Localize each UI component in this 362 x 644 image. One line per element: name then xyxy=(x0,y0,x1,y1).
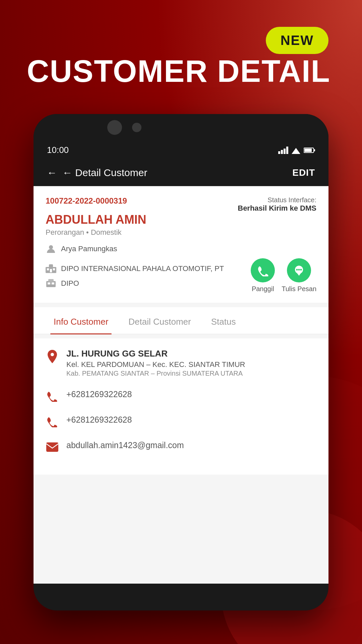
customer-name: ABDULLAH AMIN xyxy=(46,213,316,227)
dealer-name: DIPO xyxy=(61,279,79,288)
svg-point-22 xyxy=(300,269,302,271)
tab-info-customer[interactable]: Info Customer xyxy=(44,307,118,334)
svg-point-20 xyxy=(296,269,298,271)
dealer-info-row: DIPO xyxy=(46,278,224,289)
wifi-icon xyxy=(292,147,300,154)
call-label: Panggil xyxy=(252,285,274,293)
back-arrow-icon[interactable]: ← xyxy=(47,167,57,178)
status-icons xyxy=(278,147,315,154)
phone1-number: +6281269322628 xyxy=(66,388,132,400)
status-interface: Status Interface: Berhasil Kirim ke DMS xyxy=(238,196,316,213)
status-time: 10:00 xyxy=(47,145,69,155)
company-name: DIPO INTERNASIONAL PAHALA OTOMOTIF, PT xyxy=(61,264,224,273)
customer-id: 100722-2022-0000319 xyxy=(46,196,127,206)
header-left[interactable]: ← ← Detail Customer xyxy=(47,167,147,178)
phone-mockup: 10:00 ← ← Detail Customer xyxy=(34,114,328,610)
message-button[interactable]: Tulis Pesan xyxy=(282,258,316,293)
agent-icon xyxy=(46,244,56,254)
edit-button[interactable]: EDIT xyxy=(292,167,315,178)
email-row: abdullah.amin1423@gmail.com xyxy=(46,439,316,454)
new-badge: NEW xyxy=(266,27,328,54)
svg-rect-11 xyxy=(47,268,49,270)
phone2-number: +6281269322628 xyxy=(66,414,132,426)
svg-rect-1 xyxy=(281,150,283,154)
message-button-circle[interactable] xyxy=(287,258,311,282)
page-title: CUSTOMER DETAIL xyxy=(27,54,330,89)
svg-rect-10 xyxy=(49,264,53,268)
address-row: JL. HURUNG GG SELAR Kel. KEL PARDOMUAN –… xyxy=(46,348,316,377)
svg-marker-19 xyxy=(297,273,301,276)
agent-name: Arya Pamungkas xyxy=(61,245,117,253)
tab-detail-customer[interactable]: Detail Customer xyxy=(118,307,201,334)
svg-rect-3 xyxy=(286,147,288,154)
svg-rect-24 xyxy=(46,442,58,452)
svg-rect-12 xyxy=(53,268,55,270)
action-buttons: Panggil Tulis Pesan xyxy=(251,258,316,293)
company-info-row: DIPO INTERNASIONAL PAHALA OTOMOTIF, PT xyxy=(46,263,224,274)
customer-card: 100722-2022-0000319 Status Interface: Be… xyxy=(34,186,328,303)
phone1-icon xyxy=(46,389,59,403)
svg-rect-2 xyxy=(284,149,286,154)
svg-rect-15 xyxy=(48,279,54,282)
company-icon xyxy=(46,263,56,274)
svg-rect-0 xyxy=(278,151,280,154)
battery-icon xyxy=(304,147,315,153)
svg-rect-6 xyxy=(314,149,315,151)
phone-camera-bar xyxy=(34,114,328,141)
svg-marker-4 xyxy=(292,148,300,154)
email-icon xyxy=(46,440,59,454)
address-street: JL. HURUNG GG SELAR xyxy=(66,348,316,359)
address-village: Kel. KEL PARDOMUAN – Kec. KEC. SIANTAR T… xyxy=(66,360,316,369)
tab-status[interactable]: Status xyxy=(201,307,246,334)
svg-rect-7 xyxy=(304,149,312,152)
header-title: ← Detail Customer xyxy=(62,167,147,178)
svg-rect-16 xyxy=(48,282,50,284)
signal-icon xyxy=(278,147,288,154)
svg-rect-17 xyxy=(52,282,54,284)
location-icon xyxy=(46,350,59,363)
message-label: Tulis Pesan xyxy=(282,285,316,293)
svg-point-8 xyxy=(49,245,53,249)
tabs-container: Info Customer Detail Customer Status xyxy=(34,307,328,334)
camera-front xyxy=(132,123,141,132)
phone2-icon xyxy=(46,415,59,428)
svg-point-23 xyxy=(51,353,54,356)
dealer-icon xyxy=(46,278,56,289)
address-city: Kab. PEMATANG SIANTAR – Provinsi SUMATER… xyxy=(66,370,316,377)
call-button-circle[interactable] xyxy=(251,258,275,282)
email-address: abdullah.amin1423@gmail.com xyxy=(66,439,184,451)
call-button[interactable]: Panggil xyxy=(251,258,275,293)
app-content: 100722-2022-0000319 Status Interface: Be… xyxy=(34,186,328,584)
phone2-row: +6281269322628 xyxy=(46,414,316,428)
phone1-row: +6281269322628 xyxy=(46,388,316,403)
svg-rect-13 xyxy=(50,269,52,272)
app-header: ← ← Detail Customer EDIT xyxy=(34,159,328,186)
svg-point-21 xyxy=(298,269,300,271)
agent-info-row: Arya Pamungkas xyxy=(46,244,316,254)
address-text: JL. HURUNG GG SELAR Kel. KEL PARDOMUAN –… xyxy=(66,348,316,377)
info-customer-section: JL. HURUNG GG SELAR Kel. KEL PARDOMUAN –… xyxy=(34,338,328,475)
status-bar: 10:00 xyxy=(34,141,328,159)
camera-main xyxy=(107,120,122,135)
customer-type: Perorangan • Domestik xyxy=(46,228,316,237)
